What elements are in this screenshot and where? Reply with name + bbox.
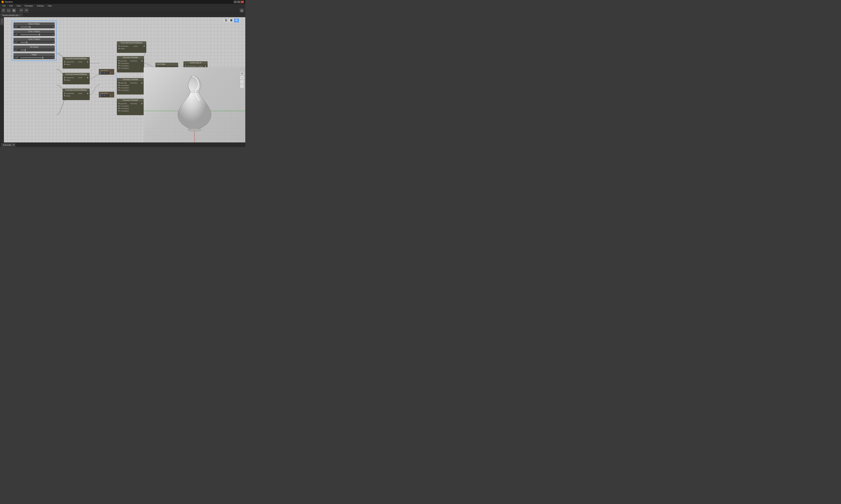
menu-edit[interactable]: Edit <box>8 4 15 7</box>
menu-file[interactable]: File <box>1 4 7 7</box>
port-dot <box>118 45 120 47</box>
code-block-2-header: Code Block <box>100 92 113 94</box>
slider-track-3[interactable] <box>20 42 52 43</box>
slider-track-4[interactable] <box>20 50 52 50</box>
zoom-controls: + − + <box>240 72 244 88</box>
slider-track-2[interactable] <box>20 34 52 35</box>
slider-left-arrow-5[interactable]: ◀ <box>14 57 15 59</box>
p-dot-r3 <box>141 103 143 104</box>
zoom-out-button[interactable]: − <box>240 80 244 84</box>
slider-left-arrow[interactable]: ◀ <box>14 26 15 28</box>
execution-mode-select[interactable]: Automatic <box>1 143 15 147</box>
geo-translate-1-header: Geometry.Translate <box>117 56 144 59</box>
save-button[interactable] <box>12 8 16 13</box>
svg-rect-2 <box>13 10 14 10</box>
p-dot-11 <box>118 108 120 109</box>
port-dot-r4 <box>87 93 88 94</box>
slider-left-arrow-2[interactable]: ◀ <box>14 34 15 36</box>
3d-viewport[interactable] <box>144 67 245 142</box>
menu-packages[interactable]: Packages <box>23 4 35 7</box>
slider-right-arrow[interactable]: ▶ <box>53 26 54 28</box>
view-mode-controls <box>224 19 239 22</box>
menu-view[interactable]: View <box>15 4 22 7</box>
maximize-button[interactable]: □ <box>237 1 240 3</box>
input-group: Bottom Radius ◀ 4 ▶ Circle 2 Radius ◀ 8 <box>12 21 56 61</box>
bottom-radius-label: Bottom Radius <box>14 22 55 25</box>
menu-settings[interactable]: Settings <box>35 4 46 7</box>
svg-rect-8 <box>225 20 226 21</box>
port-dot-8 <box>64 95 65 96</box>
open-button[interactable] <box>7 8 11 13</box>
height-label: Height <box>14 53 55 56</box>
camera-button[interactable] <box>240 8 244 13</box>
circle4-footer: □ ▪ <box>63 98 90 100</box>
p-dot-8 <box>118 89 120 91</box>
surface-byloft-header: Surface.ByLoft <box>184 61 208 64</box>
grid-floor-svg <box>144 67 245 142</box>
slider-right-arrow-2[interactable]: ▶ <box>53 34 54 36</box>
port-dot-5 <box>64 77 65 78</box>
zoom-in-button[interactable]: + <box>240 76 244 79</box>
new-button[interactable] <box>1 8 5 13</box>
minimize-button[interactable]: ─ <box>234 1 237 3</box>
slider-left-arrow-3[interactable]: ◀ <box>14 41 15 43</box>
active-tab[interactable]: Vessel-presets.dyn × <box>1 14 22 17</box>
circle2-radius-slider: Circle 2 Radius ◀ 8 ▶ <box>14 30 55 36</box>
slider-right-arrow-5[interactable]: ▶ <box>53 57 54 59</box>
port-dot-7 <box>64 93 65 94</box>
view-btn-3[interactable] <box>234 19 239 22</box>
tabbar: Vessel-presets.dyn × <box>0 13 245 17</box>
circle4-header: Circle.ByCenterPointRadius <box>63 89 90 91</box>
app-title: Dynamo <box>5 1 13 3</box>
slider-value-5: 20 <box>16 57 20 59</box>
redo-button[interactable] <box>24 8 29 13</box>
circle2-radius-label: Circle 2 Radius <box>14 30 55 33</box>
slider-right-arrow-3[interactable]: ▶ <box>53 41 54 43</box>
code-x-label-2: x <box>100 95 101 96</box>
undo-button[interactable] <box>19 8 23 13</box>
p-surface-0 <box>185 65 186 67</box>
view-btn-1[interactable] <box>224 19 228 22</box>
circle4-port1: centerPoint Circle <box>63 92 90 95</box>
code-x-label: x <box>100 72 101 74</box>
port-dot-3 <box>64 61 65 62</box>
code-block-1: Code Block x x*0.3; > <box>99 69 114 75</box>
code-value-2[interactable]: x*0.7; <box>101 94 109 97</box>
p-dot-r2 <box>141 82 143 84</box>
slider-left-arrow-4[interactable]: ◀ <box>14 49 15 51</box>
circle3-footer: □ ▪ <box>63 82 90 84</box>
slider-value-2: 8 <box>16 34 20 36</box>
geo-translate-2: Geometry.Translate geometry Geometry xTr… <box>117 78 144 94</box>
svg-rect-6 <box>225 19 226 20</box>
circle3-radius-slider: Circle 3 Radius ◀ 3 ▶ <box>14 38 55 44</box>
p-dot-12 <box>118 110 120 111</box>
close-button[interactable]: ✕ <box>241 1 244 3</box>
slider-track-5[interactable] <box>20 57 52 58</box>
code-block-2: Code Block x x*0.7; > <box>99 92 114 97</box>
geo-translate-3: Geometry.Translate geometry Geometry xTr… <box>117 99 144 115</box>
circle2-node: Circle.ByCenterPointRadius centerPoint C… <box>63 57 90 69</box>
view-btn-2[interactable] <box>229 19 234 22</box>
svg-point-41 <box>187 128 202 131</box>
bottom-radius-slider: Bottom Radius ◀ 4 ▶ <box>14 22 55 28</box>
top-radius-label: Top Radius <box>14 46 55 49</box>
p-dot-10 <box>118 105 120 107</box>
circle-top-port2: radius <box>117 48 146 50</box>
zoom-extra-button[interactable]: + <box>240 84 244 88</box>
slider-right-arrow-4[interactable]: ▶ <box>53 49 54 51</box>
tab-filename: Vessel-presets.dyn <box>2 14 19 16</box>
zoom-fit-button[interactable] <box>240 72 244 75</box>
slider-value: 4 <box>16 26 20 28</box>
menu-help[interactable]: Help <box>46 4 53 7</box>
circle-top-footer: □ ▪ <box>117 51 146 53</box>
tab-close-button[interactable]: × <box>20 14 21 16</box>
slider-track[interactable] <box>20 26 52 27</box>
library-toggle[interactable]: Library <box>0 18 3 25</box>
p-dot-3 <box>118 65 120 66</box>
svg-rect-11 <box>230 20 232 21</box>
circle3-port1: centerPoint Circle <box>63 76 90 79</box>
toolbar <box>0 8 245 13</box>
svg-rect-4 <box>241 10 243 12</box>
code-value-1[interactable]: x*0.3; <box>101 72 109 74</box>
canvas[interactable]: Bottom Radius ◀ 4 ▶ Circle 2 Radius ◀ 8 <box>4 17 245 142</box>
